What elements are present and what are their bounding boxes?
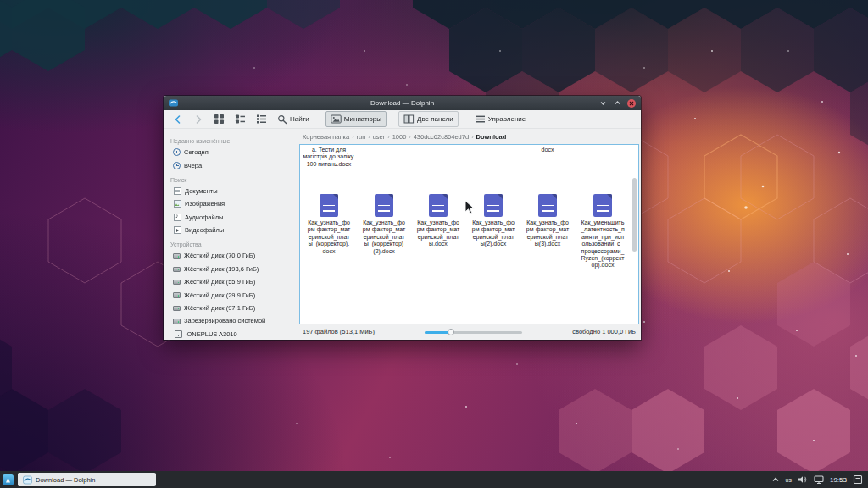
sidebar-item-disk-55[interactable]: Жёсткий диск (55,9 ГиБ) — [164, 275, 298, 288]
breadcrumb-item[interactable]: 1000 — [392, 133, 407, 141]
breadcrumb-item-current[interactable]: Download — [476, 133, 506, 141]
sidebar-item-audio[interactable]: Аудиофайлы — [164, 211, 298, 224]
taskbar-task-dolphin[interactable]: Download — Dolphin — [18, 473, 156, 486]
file-item[interactable]: Как_узнать_форм-фактор_материнской_платы… — [521, 194, 574, 248]
sidebar-item-label: Зарезервировано системой — [184, 317, 265, 324]
sidebar-item-label: Документы — [185, 187, 218, 195]
breadcrumb: Корневая папка › run › user › 1000 › 436… — [299, 129, 639, 144]
sidebar-item-images[interactable]: Изображения — [164, 197, 298, 210]
maximize-button[interactable] — [613, 99, 621, 108]
sidebar-section-title: Устройства — [164, 236, 298, 249]
harddisk-icon — [173, 267, 181, 273]
file-label: Как_узнать_форм-фактор_материнской_платы… — [416, 219, 460, 248]
sidebar-item-video[interactable]: Видеофайлы — [164, 224, 298, 236]
file-label: Как_узнать_форм-фактор_материнской_платы… — [307, 219, 351, 255]
toolbar: Найти Миниатюры Две панели Управление — [164, 110, 641, 129]
notifications-icon[interactable] — [853, 474, 863, 485]
sidebar-item-system-reserved[interactable]: Зарезервировано системой — [164, 314, 298, 327]
phone-icon — [175, 330, 182, 338]
harddisk-icon — [173, 253, 181, 259]
sidebar-item-label: ONEPLUS A3010 — [187, 330, 237, 338]
find-button[interactable]: Найти — [273, 113, 314, 126]
zoom-slider[interactable] — [425, 327, 522, 337]
sidebar-item-label: Жёсткий диск (193,6 ГиБ) — [184, 265, 259, 273]
task-label: Download — Dolphin — [36, 476, 95, 484]
minimize-button[interactable] — [598, 99, 607, 108]
sidebar-item-disk-70[interactable]: Жёсткий диск (70,0 ГиБ) — [164, 249, 298, 262]
keyboard-layout-indicator[interactable]: us — [786, 477, 792, 483]
volume-icon[interactable] — [798, 474, 808, 485]
file-item[interactable]: Как_узнать_форм-фактор_материнской_платы… — [467, 194, 520, 248]
control-menu-label: Управление — [488, 115, 526, 123]
dolphin-icon — [23, 475, 32, 485]
breadcrumb-separator-icon: › — [368, 134, 370, 140]
breadcrumb-item[interactable]: 436dcc62c864ed7d — [414, 133, 469, 141]
thumbnails-icon — [331, 114, 342, 125]
sidebar-item-yesterday[interactable]: Вчера — [164, 158, 298, 171]
breadcrumb-item[interactable]: run — [357, 133, 366, 141]
sidebar-item-label: Жёсткий диск (70,0 ГиБ) — [184, 252, 255, 259]
compact-view-button[interactable] — [231, 112, 250, 126]
sidebar-item-label: Изображения — [185, 200, 225, 208]
clock-icon — [173, 148, 181, 156]
sidebar-item-oneplus[interactable]: ONEPLUS A3010 — [164, 328, 298, 340]
places-panel: Недавно изменённые Сегодня Вчера Поиск Д… — [164, 129, 298, 339]
split-view-button[interactable]: Две панели — [398, 111, 459, 127]
thumbnails-toggle-button[interactable]: Миниатюры — [326, 111, 387, 127]
file-item[interactable]: Как_узнать_форм-фактор_материнской_платы… — [358, 194, 410, 255]
file-label-clipped[interactable]: docx — [521, 147, 574, 153]
network-icon[interactable] — [814, 474, 824, 485]
system-tray: us 19:53 — [771, 474, 868, 485]
breadcrumb-separator-icon: › — [352, 134, 353, 140]
docx-file-icon — [538, 194, 557, 217]
status-free-space: свободно 1 000,0 ГиБ — [572, 328, 636, 336]
forward-icon — [193, 114, 203, 125]
clock[interactable]: 19:53 — [830, 476, 847, 484]
file-view[interactable]: а. Тести для магістрів до заліку. 100 пи… — [299, 144, 639, 324]
docx-file-icon — [429, 194, 448, 217]
breadcrumb-separator-icon: › — [387, 134, 389, 140]
video-icon — [174, 226, 181, 234]
tray-expand-button[interactable] — [771, 475, 780, 484]
scrollbar-thumb[interactable] — [632, 178, 637, 252]
statusbar: 197 файлов (513,1 МиБ) свободно 1 000,0 … — [299, 324, 639, 339]
details-view-button[interactable] — [252, 112, 271, 126]
file-label: Как_уменьшить_латентность_памяти_при_исп… — [581, 219, 625, 269]
audio-icon — [174, 214, 181, 221]
breadcrumb-item[interactable]: Корневая папка — [303, 133, 349, 141]
dolphin-window: Download — Dolphin Найти Миниатюры — [164, 96, 641, 340]
back-icon — [173, 114, 183, 125]
harddisk-icon — [173, 280, 181, 286]
docx-file-icon — [375, 194, 393, 217]
sidebar-item-label: Жёсткий диск (97,1 ГиБ) — [184, 304, 255, 312]
file-label: Как_узнать_форм-фактор_материнской_платы… — [362, 219, 406, 255]
titlebar[interactable]: Download — Dolphin — [164, 96, 641, 110]
file-label: Как_узнать_форм-фактор_материнской_платы… — [471, 219, 515, 248]
file-item[interactable]: Как_узнать_форм-фактор_материнской_платы… — [412, 194, 465, 248]
file-item[interactable]: Как_уменьшить_латентность_памяти_при_исп… — [576, 194, 629, 269]
vertical-scrollbar[interactable] — [632, 146, 637, 323]
sidebar-item-disk-29[interactable]: Жёсткий диск (29,9 ГиБ) — [164, 288, 298, 301]
sidebar-item-documents[interactable]: Документы — [164, 185, 298, 197]
split-view-label: Две панели — [417, 115, 453, 123]
breadcrumb-item[interactable]: user — [373, 133, 386, 141]
icons-view-button[interactable] — [209, 112, 229, 126]
file-item[interactable]: Как_узнать_форм-фактор_материнской_платы… — [303, 194, 355, 255]
close-button[interactable] — [627, 99, 636, 108]
sidebar-item-disk-97[interactable]: Жёсткий диск (97,1 ГиБ) — [164, 302, 298, 314]
forward-button[interactable] — [189, 113, 208, 126]
harddisk-icon — [173, 306, 181, 312]
file-label: Как_узнать_форм-фактор_материнской_платы… — [526, 219, 570, 248]
zoom-slider-thumb[interactable] — [448, 329, 454, 336]
split-view-icon — [403, 114, 415, 125]
control-menu-button[interactable]: Управление — [470, 112, 530, 126]
sidebar-item-label: Жёсткий диск (55,9 ГиБ) — [184, 278, 255, 286]
breadcrumb-separator-icon: › — [471, 134, 473, 140]
sidebar-item-today[interactable]: Сегодня — [164, 146, 298, 158]
docx-file-icon — [320, 194, 338, 217]
back-button[interactable] — [169, 113, 187, 126]
application-launcher-button[interactable] — [0, 471, 16, 488]
file-label-clipped[interactable]: а. Тести для магістрів до заліку. 100 пи… — [303, 147, 355, 168]
sidebar-section-title: Недавно изменённые — [164, 133, 298, 146]
sidebar-item-disk-193[interactable]: Жёсткий диск (193,6 ГиБ) — [164, 263, 298, 275]
